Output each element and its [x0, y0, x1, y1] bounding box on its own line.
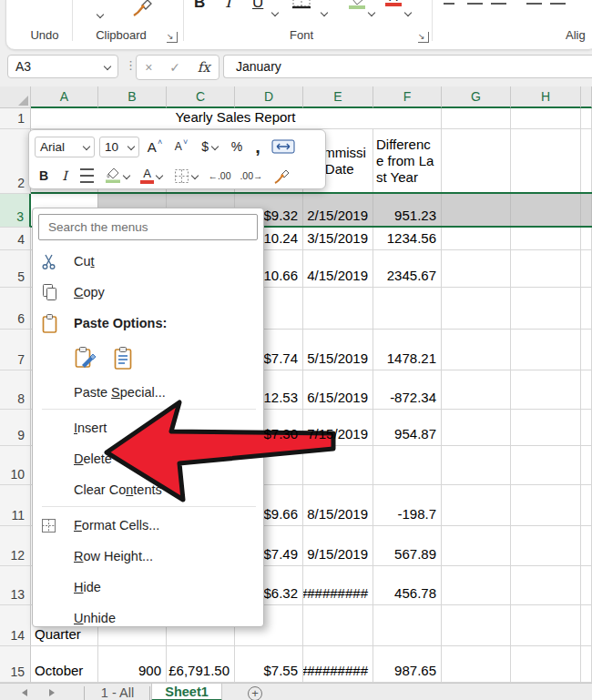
- cell-G8[interactable]: [442, 370, 511, 410]
- previous-sheet-icon[interactable]: [22, 689, 27, 696]
- cell-G10[interactable]: [442, 446, 511, 485]
- column-header-B[interactable]: B: [98, 86, 167, 108]
- comma-style-button[interactable]: ,: [251, 136, 264, 157]
- cell-E3[interactable]: 2/15/2019: [303, 194, 373, 228]
- cell-F7[interactable]: 1478.21: [373, 330, 442, 370]
- name-box-chevron-icon[interactable]: [104, 63, 111, 70]
- decrease-indent-icon[interactable]: [526, 0, 542, 7]
- row-header-9[interactable]: 9: [0, 410, 31, 446]
- column-header-G[interactable]: G: [442, 86, 511, 108]
- cell-stub4[interactable]: [581, 228, 592, 250]
- cell-H15[interactable]: [511, 646, 581, 683]
- format-painter-button[interactable]: [270, 165, 293, 187]
- row-header-10[interactable]: 10: [0, 446, 31, 485]
- cell-E12[interactable]: 9/15/2019: [303, 526, 373, 566]
- borders-chevron-icon[interactable]: [322, 3, 327, 19]
- sheet-tab-sheet1-active[interactable]: Sheet1: [151, 684, 222, 700]
- paste-content-icon[interactable]: [110, 344, 138, 371]
- cell-H10[interactable]: [511, 446, 581, 485]
- cell-stub15[interactable]: [581, 646, 592, 683]
- column-header-D[interactable]: D: [235, 86, 303, 108]
- cell-stub5[interactable]: [581, 250, 592, 288]
- italic-button[interactable]: I: [57, 165, 72, 187]
- cell-G1[interactable]: [442, 108, 511, 129]
- row-header-11[interactable]: 11: [0, 485, 31, 526]
- cell-G9[interactable]: [442, 410, 511, 446]
- fill-color-icon[interactable]: [345, 0, 369, 10]
- cell-stub2[interactable]: [581, 129, 592, 194]
- cell-E4[interactable]: 3/15/2019: [303, 228, 373, 250]
- menu-item-hide[interactable]: Hide: [33, 572, 263, 603]
- accounting-format-button[interactable]: $: [197, 136, 222, 157]
- name-box[interactable]: A3: [7, 55, 118, 78]
- cell-E14[interactable]: [303, 605, 373, 646]
- cell-stub14[interactable]: [581, 605, 592, 646]
- cell-H8[interactable]: [511, 370, 581, 410]
- cell-stub12[interactable]: [581, 526, 592, 566]
- cell-F5[interactable]: 2345.67: [373, 250, 442, 288]
- cell-E5[interactable]: 4/15/2019: [303, 250, 373, 288]
- cell-stub1[interactable]: [581, 108, 592, 129]
- cell-stub7[interactable]: [581, 330, 592, 370]
- cell-E13[interactable]: #########: [303, 566, 373, 605]
- cell-G14[interactable]: [442, 605, 511, 646]
- bold-icon[interactable]: B: [194, 0, 205, 10]
- column-header-H[interactable]: H: [511, 86, 581, 108]
- cell-D15[interactable]: $7.55: [235, 646, 303, 683]
- row-header-8[interactable]: 8: [0, 370, 31, 410]
- cell-A15[interactable]: October: [31, 646, 98, 683]
- menu-item-cut[interactable]: Cut: [33, 246, 263, 277]
- cell-F13[interactable]: 456.78: [373, 566, 442, 605]
- row-header-15[interactable]: 15: [0, 646, 31, 683]
- decrease-decimal-button[interactable]: .00→: [238, 165, 265, 187]
- enter-icon[interactable]: ✓: [169, 60, 180, 75]
- row-header-5[interactable]: 5: [0, 250, 31, 288]
- cell-F11[interactable]: -198.7: [373, 485, 442, 526]
- cell-H13[interactable]: [511, 566, 581, 605]
- cell-H9[interactable]: [511, 410, 581, 446]
- cell-H6[interactable]: [511, 288, 581, 330]
- cell-H11[interactable]: [511, 485, 581, 526]
- cell-F9[interactable]: 954.87: [373, 410, 442, 446]
- cell-H7[interactable]: [511, 330, 581, 370]
- cell-F6[interactable]: [373, 288, 442, 330]
- cell-H2[interactable]: [511, 129, 581, 194]
- row-header-4[interactable]: 4: [0, 228, 31, 250]
- cell-G3[interactable]: [442, 194, 511, 228]
- fill-color-button[interactable]: [101, 165, 132, 187]
- formula-input[interactable]: January: [223, 55, 592, 78]
- cell-H14[interactable]: [511, 605, 581, 646]
- cell-E7[interactable]: 5/15/2019: [303, 330, 373, 370]
- cell-stub9[interactable]: [581, 410, 592, 446]
- cell-B15[interactable]: 900: [98, 646, 167, 683]
- cell-stub8[interactable]: [581, 370, 592, 410]
- cell-G13[interactable]: [442, 566, 511, 605]
- cell-H5[interactable]: [511, 250, 581, 288]
- percent-style-button[interactable]: %: [227, 136, 247, 157]
- row-header-2[interactable]: 2: [0, 129, 31, 194]
- cell-E15[interactable]: #########: [303, 646, 373, 683]
- font-size-dropdown[interactable]: 10: [99, 137, 139, 157]
- italic-icon[interactable]: I: [225, 0, 231, 10]
- clipboard-dialog-launcher-icon[interactable]: ↘: [167, 32, 178, 43]
- cell-F8[interactable]: -872.34: [373, 370, 442, 410]
- cell-G2[interactable]: [442, 129, 511, 194]
- cell-G15[interactable]: [442, 646, 511, 683]
- borders-icon[interactable]: [291, 0, 312, 10]
- align-middle-icon[interactable]: [467, 0, 483, 7]
- menu-item-copy[interactable]: Copy: [33, 277, 263, 308]
- next-sheet-icon[interactable]: [49, 689, 55, 696]
- cancel-icon[interactable]: ×: [145, 60, 152, 75]
- cell-stub11[interactable]: [581, 485, 592, 526]
- cell-H1[interactable]: [511, 108, 581, 129]
- shrink-font-button[interactable]: A˅: [170, 136, 192, 157]
- cell-F12[interactable]: 567.89: [373, 526, 442, 566]
- cell-F4[interactable]: 1234.56: [373, 228, 442, 250]
- center-align-icon[interactable]: [77, 165, 97, 187]
- column-header-stub[interactable]: [581, 86, 592, 108]
- menu-search-input[interactable]: [38, 214, 258, 240]
- menu-item-row-height[interactable]: Row Height...: [33, 541, 263, 572]
- row-header-3[interactable]: 3: [0, 194, 31, 228]
- cell-stub6[interactable]: [581, 288, 592, 330]
- cell-G7[interactable]: [442, 330, 511, 370]
